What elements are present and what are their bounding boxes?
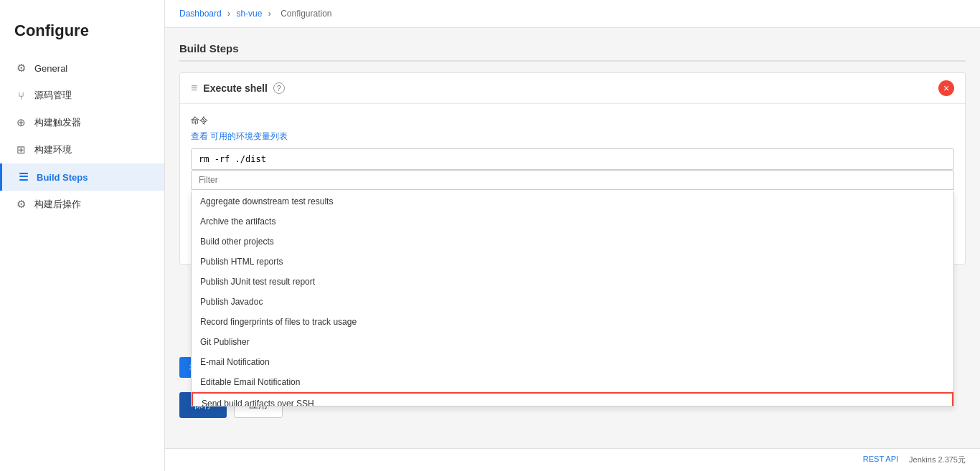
filter-input[interactable]	[191, 170, 954, 190]
sidebar-item-source[interactable]: ⑂ 源码管理	[0, 82, 164, 109]
section-title: Build Steps	[179, 42, 966, 62]
sidebar-item-label: 构建后操作	[34, 198, 81, 211]
close-button[interactable]: ×	[938, 80, 954, 96]
content-area: Build Steps ≡ Execute shell ? × 命令 查看 可用…	[165, 28, 980, 448]
breadcrumb: Dashboard › sh-vue › Configuration	[165, 0, 980, 28]
card-title: Execute shell	[203, 82, 268, 94]
sidebar: Configure ⚙ General ⑂ 源码管理 ⊕ 构建触发器 ⊞ 构建环…	[0, 0, 165, 471]
dropdown-item-8[interactable]: E-mail Notification	[192, 352, 953, 372]
sidebar-item-label: Build Steps	[37, 172, 88, 183]
dropdown-item-3[interactable]: Publish HTML reports	[192, 252, 953, 272]
jenkins-version: Jenkins 2.375元	[909, 455, 966, 465]
sidebar-item-triggers[interactable]: ⊕ 构建触发器	[0, 109, 164, 136]
sidebar-item-build-steps[interactable]: ☰ Build Steps	[0, 163, 164, 191]
help-icon[interactable]: ?	[273, 82, 285, 94]
drag-icon: ≡	[191, 82, 197, 95]
env-icon: ⊞	[14, 143, 27, 156]
post-build-icon: ⚙	[14, 198, 27, 211]
main-content: Dashboard › sh-vue › Configuration Build…	[165, 0, 980, 471]
dropdown-item-4[interactable]: Publish JUnit test result report	[192, 272, 953, 292]
card-body: 命令 查看 可用的环境变量列表 Aggregate downstream tes…	[180, 104, 965, 264]
sidebar-item-general[interactable]: ⚙ General	[0, 54, 164, 82]
dropdown-list: Aggregate downstream test results Archiv…	[191, 191, 954, 406]
rest-api-link[interactable]: REST API	[863, 455, 898, 465]
breadcrumb-dashboard[interactable]: Dashboard	[179, 9, 222, 19]
dropdown-item-6[interactable]: Record fingerprints of files to track us…	[192, 312, 953, 332]
triggers-icon: ⊕	[14, 116, 27, 129]
dropdown-item-0[interactable]: Aggregate downstream test results	[192, 191, 953, 211]
footer: REST API Jenkins 2.375元	[165, 448, 980, 471]
dropdown-item-1[interactable]: Archive the artifacts	[192, 211, 953, 232]
card-header: ≡ Execute shell ? ×	[180, 73, 965, 104]
sidebar-item-label: 构建环境	[34, 143, 72, 156]
sidebar-item-label: General	[34, 63, 67, 74]
dropdown-item-9[interactable]: Editable Email Notification	[192, 372, 953, 392]
dropdown-item-5[interactable]: Publish Javadoc	[192, 292, 953, 312]
dropdown-item-7[interactable]: Git Publisher	[192, 332, 953, 352]
dropdown-item-2[interactable]: Build other projects	[192, 232, 953, 252]
command-input[interactable]	[191, 148, 954, 170]
source-icon: ⑂	[14, 89, 27, 102]
breadcrumb-current: Configuration	[281, 9, 331, 19]
build-steps-icon: ☰	[17, 171, 29, 184]
sidebar-item-label: 构建触发器	[34, 116, 81, 129]
sidebar-item-env[interactable]: ⊞ 构建环境	[0, 136, 164, 163]
sidebar-item-post-build[interactable]: ⚙ 构建后操作	[0, 191, 164, 218]
general-icon: ⚙	[14, 62, 27, 75]
env-link[interactable]: 查看 可用的环境变量列表	[191, 130, 288, 143]
dropdown-wrapper: Aggregate downstream test results Archiv…	[191, 170, 954, 190]
execute-shell-card: ≡ Execute shell ? × 命令 查看 可用的环境变量列表 Aggr…	[179, 72, 966, 265]
breadcrumb-sh-vue[interactable]: sh-vue	[236, 9, 262, 19]
sidebar-title: Configure	[0, 14, 164, 54]
command-label: 命令	[191, 115, 954, 127]
sidebar-item-label: 源码管理	[34, 89, 72, 102]
dropdown-item-10[interactable]: Send build artifacts over SSH	[192, 392, 953, 406]
